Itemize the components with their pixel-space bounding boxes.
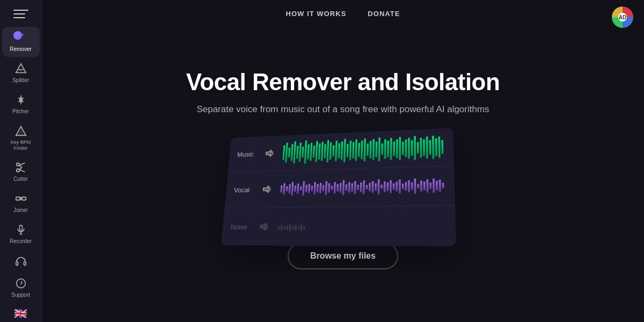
svg-rect-50 [338,143,340,159]
svg-rect-66 [384,139,386,159]
svg-rect-122 [380,185,382,189]
svg-rect-127 [396,181,398,191]
svg-rect-100 [317,184,319,193]
music-label: Music [237,150,258,158]
svg-point-25 [20,286,21,286]
svg-rect-32 [288,148,290,158]
svg-rect-51 [341,142,343,160]
sidebar-item-splitter[interactable]: Splitter [2,58,40,88]
svg-rect-153 [303,226,305,230]
svg-rect-92 [294,186,296,192]
svg-rect-93 [297,184,299,194]
hero-section: Vocal Remover and Isolation Separate voi… [42,0,644,322]
svg-rect-89 [286,186,288,192]
svg-rect-90 [289,184,291,194]
svg-rect-134 [417,184,419,188]
svg-rect-94 [300,186,302,191]
svg-rect-31 [285,143,288,163]
svg-rect-78 [420,138,422,158]
svg-rect-95 [302,181,305,196]
svg-rect-72 [402,142,404,156]
sidebar-item-key-bpm[interactable]: Key BPMFinder [2,120,40,156]
svg-rect-152 [301,224,303,231]
svg-rect-147 [286,225,288,230]
svg-rect-115 [360,182,362,192]
svg-rect-103 [325,181,327,195]
svg-rect-49 [335,141,338,161]
svg-rect-15 [21,197,25,200]
svg-rect-76 [414,136,416,160]
svg-rect-44 [321,142,324,161]
svg-rect-38 [304,141,307,164]
sidebar-item-cutter-label: Cutter [13,176,28,182]
svg-rect-23 [24,261,26,265]
svg-rect-79 [423,139,425,156]
svg-rect-47 [330,142,332,159]
svg-rect-75 [411,140,413,156]
svg-rect-133 [414,179,416,194]
svg-rect-35 [296,146,299,159]
svg-rect-14 [16,197,19,200]
svg-rect-37 [302,147,304,158]
sidebar-item-splitter-label: Splitter [12,77,29,84]
svg-rect-48 [332,145,334,157]
browse-files-button[interactable]: Browse my files [288,243,398,269]
speaker-vocal-icon [261,185,274,194]
svg-rect-70 [396,139,398,158]
sidebar-item-joiner[interactable]: Joiner [2,188,40,218]
support-icon [13,277,28,290]
svg-rect-148 [289,224,291,231]
splitter-icon [13,62,28,75]
svg-rect-132 [411,182,413,190]
pitcher-icon [13,93,28,106]
svg-rect-142 [442,183,444,188]
sidebar-item-joiner-label: Joiner [13,207,28,214]
headphone-icon [13,254,28,267]
svg-rect-58 [361,141,363,159]
svg-rect-114 [357,185,359,190]
svg-rect-77 [417,142,419,154]
svg-rect-131 [408,180,409,193]
svg-rect-104 [328,183,330,193]
sidebar-item-pitcher[interactable]: Pitcher [2,89,40,119]
svg-rect-55 [352,142,354,159]
svg-rect-116 [363,180,365,194]
sidebar-item-headphone[interactable] [2,250,40,272]
svg-rect-34 [293,141,296,163]
waveform-visual: Music [219,131,466,228]
sidebar-item-support[interactable]: Support [2,273,40,303]
svg-rect-45 [324,144,326,159]
svg-rect-144 [278,226,280,230]
svg-rect-123 [384,181,386,192]
svg-rect-98 [311,186,313,191]
sidebar-item-cutter[interactable]: Cutter [2,157,40,187]
svg-rect-73 [405,140,407,157]
svg-rect-74 [408,138,409,159]
svg-rect-117 [366,185,368,189]
svg-rect-145 [281,225,283,231]
waveform-card: Music [221,128,456,246]
svg-rect-105 [331,186,333,190]
svg-rect-141 [439,180,441,192]
svg-rect-111 [348,182,350,193]
sidebar-item-pitcher-label: Pitcher [12,108,29,115]
hamburger-menu[interactable] [11,8,31,20]
svg-rect-36 [299,143,302,162]
svg-rect-87 [280,185,282,193]
svg-rect-106 [334,182,336,194]
svg-rect-109 [342,180,345,195]
sidebar-item-key-bpm-label: Key BPMFinder [11,140,31,151]
sidebar-item-remover[interactable]: ↗ Remover [2,27,40,57]
svg-rect-121 [378,179,380,194]
svg-rect-81 [429,140,431,155]
svg-point-3 [19,99,22,101]
sidebar-item-recorder[interactable]: Recorder [2,219,40,249]
hero-title: Vocal Remover and Isolation [186,69,500,96]
svg-rect-43 [318,143,321,159]
language-flag[interactable]: 🇬🇧 [11,304,31,322]
svg-rect-84 [438,136,441,158]
svg-rect-146 [283,226,285,229]
remover-icon: ↗ [13,31,28,44]
svg-rect-101 [319,183,321,194]
svg-marker-0 [16,64,25,72]
